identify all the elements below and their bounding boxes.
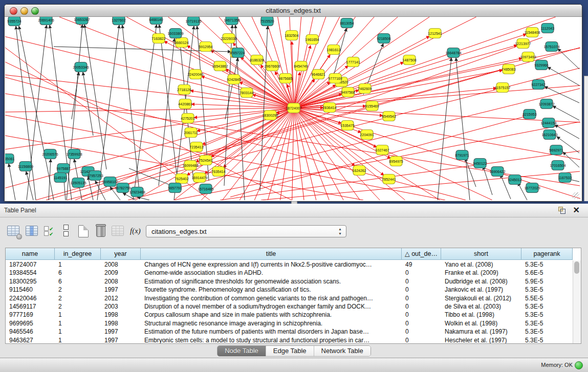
graph-node[interactable]: 12444154 — [540, 118, 556, 128]
column-header-year[interactable]: year — [101, 248, 141, 260]
graph-node[interactable]: 2718126 — [177, 85, 191, 95]
graph-node[interactable]: 16782759 — [115, 183, 130, 193]
graph-node[interactable]: 9329966 — [534, 60, 548, 70]
graph-node[interactable]: 11156869 — [18, 162, 33, 171]
graph-node[interactable]: 5692971 — [549, 145, 563, 155]
tab-edge-table[interactable]: Edge Table — [266, 346, 314, 356]
graph-node[interactable]: 9875685 — [278, 74, 292, 83]
graph-node[interactable]: 2836414 — [322, 103, 336, 113]
graph-node[interactable]: 16099484 — [182, 161, 198, 170]
graph-node[interactable]: 8660124 — [175, 38, 188, 48]
graph-node[interactable]: 9245012 — [508, 175, 521, 185]
graph-node[interactable]: 1832504 — [285, 31, 298, 40]
graph-node[interactable]: 16772029 — [524, 183, 540, 193]
graph-node[interactable]: 9975887 — [56, 164, 70, 173]
column-header-pagerank[interactable]: pagerank — [521, 248, 573, 260]
vertical-scrollbar[interactable] — [573, 260, 581, 343]
graph-node[interactable]: 16958107 — [102, 177, 118, 187]
graph-node[interactable]: 10719135 — [185, 17, 201, 26]
table-row[interactable]: 946554611997Estimation of the future num… — [6, 327, 573, 336]
column-highlight-icon[interactable] — [26, 224, 39, 237]
table-selector-dropdown[interactable]: citations_edges.txt ▲▼ — [146, 225, 346, 237]
graph-node[interactable]: 7515520 — [260, 17, 274, 26]
graph-node[interactable]: 15716485 — [198, 184, 213, 194]
table-row[interactable]: 1830029562008Estimation of significance … — [6, 277, 573, 286]
graph-node[interactable]: 20053346 — [73, 62, 89, 72]
graph-node[interactable]: 7857224 — [231, 48, 245, 58]
graph-node[interactable]: 16033809 — [167, 29, 183, 38]
graph-node[interactable]: 2061711 — [184, 128, 198, 138]
column-header-short[interactable]: short — [441, 248, 521, 260]
graph-node[interactable]: 8791971 — [455, 150, 469, 160]
graph-node[interactable]: 17359928 — [66, 149, 82, 159]
table-settings-icon[interactable] — [7, 224, 20, 237]
graph-node[interactable]: 20206576 — [42, 149, 58, 159]
graph-node[interactable]: 12213977 — [515, 39, 531, 49]
graph-node[interactable]: 7635414 — [211, 167, 225, 177]
graph-node[interactable]: 12923468 — [129, 187, 145, 197]
table-row[interactable]: 1938455462009Genome-wide association stu… — [6, 269, 573, 277]
graph-node[interactable]: 15751074 — [543, 42, 559, 52]
graph-node[interactable]: 11575157 — [495, 83, 511, 93]
graph-node[interactable]: 9777169 — [328, 74, 342, 83]
select-checks-icon[interactable]: ✔✔ — [44, 224, 57, 237]
graph-node[interactable]: 5912954 — [199, 42, 212, 52]
graph-node[interactable]: 9242845 — [227, 75, 241, 84]
table-row[interactable]: 946362711997Embryonic stem cells: a mode… — [6, 336, 573, 344]
graph-node[interactable]: 4420861 — [178, 99, 192, 109]
graph-node[interactable]: 1777141 — [346, 57, 360, 67]
graph-node[interactable]: 1145191 — [54, 173, 68, 183]
graph-node[interactable]: 7163822 — [151, 34, 165, 43]
graph-node[interactable]: 9646821 — [311, 70, 325, 79]
function-builder-icon[interactable]: f(x) — [130, 227, 143, 240]
network-graph[interactable]: 1872400718300295716382286601245912954232… — [5, 17, 580, 200]
column-header-name[interactable]: name — [6, 248, 55, 260]
graph-node[interactable]: 7852441 — [382, 174, 396, 184]
graph-node[interactable]: 13505135 — [70, 178, 86, 188]
graph-node[interactable]: 1027467 — [375, 145, 389, 155]
graph-node[interactable]: 22420046 — [187, 70, 203, 79]
graph-node[interactable]: 7625402 — [175, 174, 188, 184]
graph-node[interactable]: 7803144 — [239, 88, 253, 98]
table-row[interactable]: 2242004622012Investigating the contribut… — [6, 294, 573, 302]
network-canvas[interactable]: 1872400718300295716382286601245912954232… — [5, 17, 580, 200]
graph-node[interactable]: 9450122 — [473, 159, 487, 168]
graph-node[interactable]: 8549543 — [382, 112, 396, 121]
graph-node[interactable]: 16914479 — [191, 173, 207, 183]
graph-node[interactable]: 9857791 — [168, 183, 182, 193]
table-row[interactable]: 977716911998Corpus callosum shape and si… — [6, 311, 573, 319]
graph-node[interactable]: 16210643 — [541, 130, 557, 140]
graph-node[interactable]: 16543862 — [212, 61, 228, 71]
graph-node[interactable]: 8954975 — [389, 157, 403, 166]
resize-grip[interactable] — [573, 192, 579, 199]
trash-icon[interactable] — [94, 224, 107, 237]
table-row[interactable]: 969969511998Structural magnetic resonanc… — [6, 319, 573, 327]
graph-node[interactable]: 6466140 — [149, 17, 163, 25]
graph-node[interactable]: 20691406 — [38, 17, 54, 25]
graph-node[interactable]: 9218506 — [377, 34, 390, 43]
graph-node[interactable]: 16648784 — [445, 48, 461, 58]
graph-node[interactable]: 1212541 — [428, 29, 442, 38]
graph-node[interactable]: 8186328 — [250, 55, 264, 65]
graph-node[interactable]: 1487508 — [402, 55, 416, 65]
table-row[interactable]: 911546021997Tourette syndrome. Phenomeno… — [6, 286, 573, 294]
graph-node[interactable]: 1624262 — [352, 166, 366, 176]
graph-node[interactable]: 9227342 — [531, 80, 545, 90]
graph-node[interactable]: 8454749 — [294, 61, 308, 71]
graph-node[interactable]: 17957253 — [87, 171, 103, 181]
graph-node[interactable]: 7485083 — [502, 64, 515, 74]
graph-node[interactable]: 8813054 — [340, 18, 354, 28]
graph-node[interactable]: 1981613 — [326, 45, 340, 55]
graph-node[interactable]: 1327602 — [112, 17, 125, 25]
graph-node[interactable]: 11548408 — [525, 28, 540, 37]
graph-node[interactable]: 10973493 — [520, 52, 536, 62]
window-titlebar[interactable]: citations_edges.txt — [5, 5, 582, 17]
graph-node[interactable]: 2204091 — [360, 130, 374, 140]
table-row[interactable]: 1872400712008Changes of HCN gene express… — [6, 260, 573, 269]
graph-node[interactable]: 7462609 — [358, 84, 372, 94]
scrollbar-thumb[interactable] — [574, 261, 579, 274]
graph-node[interactable]: 12093872 — [538, 99, 554, 109]
close-panel-icon[interactable]: ✕ — [573, 205, 580, 215]
graph-node[interactable]: 7524541 — [199, 156, 212, 165]
graph-node[interactable]: 9355724 — [7, 17, 21, 26]
